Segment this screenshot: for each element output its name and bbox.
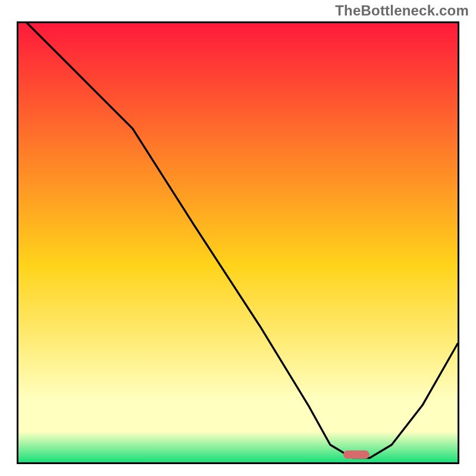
optimal-point-marker xyxy=(343,450,369,459)
plot-area xyxy=(17,21,459,464)
watermark-text: TheBottleneck.com xyxy=(335,2,469,19)
chart-stage: TheBottleneck.com xyxy=(0,0,476,476)
bottleneck-curve xyxy=(18,23,458,462)
